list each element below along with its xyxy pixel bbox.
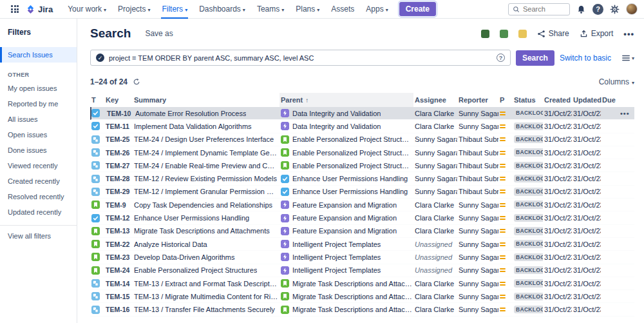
summary-cell[interactable]: Enhance User Permissions Handling (133, 214, 279, 222)
issue-summary-link[interactable]: Develop Data-Driven Algorithms (134, 253, 235, 261)
nav-item-plans[interactable]: Plans▾ (290, 0, 325, 19)
status-cell[interactable]: BACKLOG (513, 240, 543, 248)
sidebar-item-updated-recently[interactable]: Updated recently (0, 204, 77, 220)
sidebar-item-done-issues[interactable]: Done issues (0, 142, 77, 158)
issue-key-link[interactable]: TEM-12 (106, 214, 129, 222)
parent-cell[interactable]: Enhance User Permissions Handling (279, 188, 413, 196)
issue-key-link[interactable]: TEM-13 (106, 227, 129, 235)
summary-cell[interactable]: TEM-13 / Migrate Multimedia Content for … (133, 293, 279, 300)
issue-key-cell[interactable]: TEM-23 (104, 253, 133, 261)
jql-query-input[interactable]: ✓ project = TEM ORDER BY parent ASC, sum… (90, 50, 511, 66)
status-cell[interactable]: BACKLOG (513, 135, 543, 144)
status-cell[interactable]: BACKLOG (513, 227, 543, 235)
issue-summary-link[interactable]: Copy Task Dependencies and Relationships (134, 201, 272, 209)
sidebar-item-view-all-filters[interactable]: View all filters (0, 228, 77, 244)
issue-summary-link[interactable]: Implement Data Validation Algorithms (134, 122, 252, 130)
table-row[interactable]: TEM-12Enhance User Permissions HandlingF… (90, 211, 634, 224)
parent-link[interactable]: Feature Expansion and Migration (281, 201, 397, 209)
parent-cell[interactable]: Feature Expansion and Migration (279, 201, 413, 209)
parent-cell[interactable]: Migrate Task Descriptions and Attachment… (279, 292, 413, 300)
table-row[interactable]: TEM-28TEM-12 / Review Existing Permissio… (90, 172, 634, 185)
search-button[interactable]: Search (516, 50, 554, 66)
column-header-updated[interactable]: Updated (572, 93, 601, 107)
parent-link[interactable]: Enable Personalized Project Structures (281, 161, 412, 170)
summary-cell[interactable]: Enable Personalized Project Structures (133, 266, 279, 274)
column-header-t[interactable]: T (90, 93, 104, 107)
jira-logo[interactable]: Jira (26, 5, 53, 14)
addon-icon-1[interactable] (481, 30, 489, 38)
parent-link[interactable]: Migrate Task Descriptions and Attachment… (281, 306, 412, 314)
nav-item-teams[interactable]: Teams▾ (251, 0, 290, 19)
status-badge[interactable]: BACKLOG (514, 122, 543, 131)
status-badge[interactable]: BACKLOG (514, 227, 543, 235)
status-cell[interactable]: BACKLOG (513, 201, 543, 209)
issue-key-cell[interactable]: TEM-11 (104, 122, 133, 130)
jql-help-icon[interactable]: ? (497, 54, 505, 62)
sidebar-item-search-issues[interactable]: Search Issues (0, 47, 77, 63)
parent-cell[interactable]: Feature Expansion and Migration (279, 227, 413, 235)
status-cell[interactable]: BACKLOG (513, 148, 543, 157)
sidebar-item-viewed-recently[interactable]: Viewed recently (0, 158, 77, 173)
status-badge[interactable]: BACKLOG (514, 240, 543, 248)
addon-icon-2[interactable] (500, 30, 508, 38)
nav-item-your-work[interactable]: Your work▾ (62, 0, 112, 19)
sidebar-item-resolved-recently[interactable]: Resolved recently (0, 189, 77, 204)
table-row[interactable]: TEM-25TEM-24 / Design User Preferences I… (90, 133, 634, 146)
status-cell[interactable]: BACKLOG (513, 214, 543, 222)
issue-key-cell[interactable]: TEM-14 (104, 280, 133, 288)
issue-key-cell[interactable]: TEM-29 (104, 188, 133, 195)
parent-cell[interactable]: Enable Personalized Project Structures (279, 135, 413, 144)
issue-summary-link[interactable]: TEM-24 / Design User Preferences Interfa… (134, 135, 274, 143)
issue-summary-link[interactable]: TEM-13 / Migrate Multimedia Content for … (134, 293, 278, 300)
issue-key-link[interactable]: TEM-16 (106, 306, 129, 313)
sidebar-item-created-recently[interactable]: Created recently (0, 173, 77, 189)
save-as-button[interactable]: Save as (145, 29, 173, 38)
table-row[interactable]: TEM-27TEM-24 / Enable Real-time Preview … (90, 159, 634, 172)
addon-icon-3[interactable] (518, 30, 527, 38)
summary-cell[interactable]: TEM-13 / Transfer File Attachments Secur… (133, 306, 279, 313)
issue-summary-link[interactable]: TEM-13 / Extract and Format Task Descrip… (134, 280, 278, 288)
status-badge[interactable]: BACKLOG (514, 188, 543, 196)
summary-cell[interactable]: TEM-12 / Implement Granular Permission C… (133, 188, 279, 195)
issue-key-cell[interactable]: TEM-27 (104, 162, 133, 170)
column-header-summary[interactable]: Summary (133, 93, 279, 107)
table-row[interactable]: TEM-26TEM-24 / Implement Dynamic Templat… (90, 146, 634, 159)
issue-key-link[interactable]: TEM-23 (106, 253, 129, 261)
parent-link[interactable]: Migrate Task Descriptions and Attachment… (281, 279, 412, 288)
nav-item-assets[interactable]: Assets (325, 0, 360, 19)
create-button[interactable]: Create (399, 2, 436, 16)
issue-key-cell[interactable]: TEM-10 (106, 110, 134, 117)
more-actions-button[interactable]: ••• (623, 29, 634, 39)
issue-key-cell[interactable]: TEM-15 (104, 293, 133, 300)
status-badge[interactable]: BACKLOG (514, 148, 543, 157)
issue-key-link[interactable]: TEM-29 (106, 188, 129, 195)
parent-link[interactable]: Data Integrity and Validation (281, 122, 381, 130)
table-row[interactable]: TEM-22Analyze Historical DataIntelligent… (90, 238, 634, 251)
table-row[interactable]: TEM-29TEM-12 / Implement Granular Permis… (90, 186, 634, 199)
parent-link[interactable]: Intelligent Project Templates (281, 266, 381, 275)
nav-item-apps[interactable]: Apps▾ (360, 0, 393, 19)
table-row[interactable]: TEM-23Develop Data-Driven AlgorithmsInte… (90, 251, 634, 264)
issue-key-cell[interactable]: TEM-25 (104, 135, 133, 143)
summary-cell[interactable]: TEM-12 / Review Existing Permission Mode… (133, 175, 279, 182)
status-badge[interactable]: BACKLOG (514, 109, 543, 117)
columns-button[interactable]: Columns ▾ (599, 77, 634, 86)
issue-key-link[interactable]: TEM-14 (106, 280, 129, 288)
parent-link[interactable]: Intelligent Project Templates (281, 253, 381, 261)
status-cell[interactable]: BACKLOG (513, 162, 543, 170)
sidebar-item-all-issues[interactable]: All issues (0, 112, 77, 127)
status-cell[interactable]: BACKLOG (513, 122, 543, 131)
column-header-created[interactable]: Created (543, 93, 572, 107)
status-cell[interactable]: BACKLOG (513, 253, 543, 262)
sidebar-item-reported-by-me[interactable]: Reported by me (0, 96, 77, 112)
nav-item-filters[interactable]: Filters▾ (156, 0, 193, 19)
app-switcher-icon[interactable] (8, 2, 22, 16)
status-cell[interactable]: BACKLOG (513, 188, 543, 196)
parent-cell[interactable]: Data Integrity and Validation (279, 122, 413, 130)
parent-cell[interactable]: Enhance User Permissions Handling (279, 175, 413, 183)
status-badge[interactable]: BACKLOG (514, 214, 543, 222)
status-badge[interactable]: BACKLOG (514, 293, 543, 301)
summary-cell[interactable]: TEM-13 / Extract and Format Task Descrip… (133, 280, 279, 288)
issue-key-cell[interactable]: TEM-28 (104, 175, 133, 182)
summary-cell[interactable]: Copy Task Dependencies and Relationships (133, 201, 279, 209)
